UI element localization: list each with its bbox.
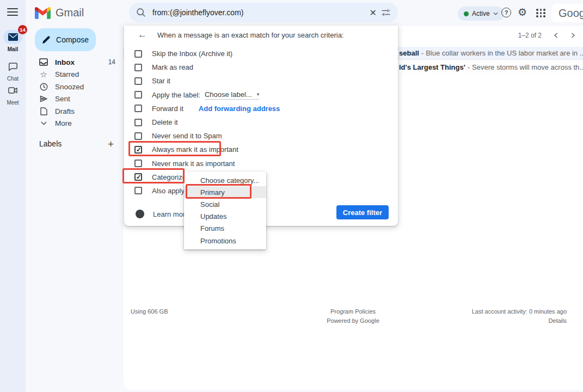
checkbox-skip-inbox[interactable] — [134, 50, 142, 58]
main-menu-icon[interactable] — [7, 8, 18, 16]
category-option-primary[interactable]: Primary — [184, 186, 266, 198]
rail-item-chat[interactable]: Chat — [0, 59, 26, 82]
category-option-social[interactable]: Social — [184, 198, 266, 210]
draft-icon — [39, 107, 48, 115]
pagination: 1–2 of 2 — [518, 32, 576, 39]
meet-icon — [3, 83, 22, 97]
search-bar[interactable]: from:(@jointheflyover.com) ✕ — [129, 3, 398, 22]
last-account-activity: Last account activity: 0 minutes ago — [472, 307, 567, 316]
filter-option-never-important[interactable]: Never mark it as important — [124, 157, 398, 170]
gmail-logo[interactable]: Gmail — [35, 7, 84, 19]
choose-label-select[interactable]: Choose label... ▾ — [205, 90, 259, 100]
sidebar-item-more[interactable]: More — [26, 118, 123, 130]
dropdown-caret-icon: ▾ — [257, 91, 260, 97]
category-option-forums[interactable]: Forums — [184, 223, 266, 235]
sidebar-item-sent[interactable]: Sent — [26, 93, 123, 106]
filter-dialog-header: When a message is an exact match for you… — [157, 31, 343, 39]
advanced-search-icon[interactable] — [381, 8, 391, 17]
learn-more[interactable]: ? Learn more — [136, 210, 189, 218]
compose-button[interactable]: Compose — [35, 28, 96, 51]
status-label: Active — [472, 10, 490, 17]
mail-unread-badge: 14 — [18, 25, 27, 34]
category-option-updates[interactable]: Updates — [184, 211, 266, 223]
filter-option-skip-inbox[interactable]: Skip the Inbox (Archive it) — [124, 47, 398, 60]
add-label-icon[interactable]: + — [108, 138, 114, 150]
checkbox-never-spam[interactable] — [134, 132, 142, 140]
inbox-icon — [39, 58, 48, 66]
clock-icon — [39, 83, 48, 91]
rail-label-chat: Chat — [0, 76, 26, 82]
mail-pill[interactable]: 14 — [3, 30, 22, 44]
sidebar-item-drafts[interactable]: Drafts — [26, 105, 123, 118]
search-input[interactable]: from:(@jointheflyover.com) — [152, 8, 243, 17]
rail-item-mail[interactable]: 14 Mail — [0, 30, 26, 52]
pencil-icon — [42, 35, 51, 44]
clear-search-icon[interactable]: ✕ — [365, 8, 381, 18]
add-forwarding-address-link[interactable]: Add forwarding address — [199, 105, 280, 113]
rail-item-meet[interactable]: Meet — [0, 83, 26, 106]
pagination-count: 1–2 of 2 — [518, 32, 542, 39]
checkbox-delete[interactable] — [134, 119, 142, 126]
checkbox-always-important[interactable] — [134, 146, 142, 154]
app-rail: 14 Mail Chat Meet — [0, 0, 26, 392]
help-icon[interactable]: ? — [501, 8, 511, 17]
settings-gear-icon[interactable]: ⚙ — [518, 6, 527, 19]
chevron-down-icon — [493, 12, 498, 15]
back-arrow-icon[interactable]: ← — [138, 29, 147, 40]
older-page-icon[interactable] — [570, 32, 576, 39]
category-option-promotions[interactable]: Promotions — [184, 235, 266, 247]
sidebar-item-starred[interactable]: ☆ Starred — [26, 69, 123, 81]
filter-option-star-it[interactable]: Star it — [124, 74, 398, 88]
newer-page-icon[interactable] — [553, 32, 559, 39]
details-link[interactable]: Details — [472, 316, 567, 326]
google-account-badge[interactable]: Google — [551, 4, 583, 22]
active-status-dot — [464, 11, 469, 16]
checkbox-categorize[interactable] — [134, 173, 142, 181]
compose-label: Compose — [56, 35, 89, 44]
status-selector[interactable]: Active — [458, 7, 504, 21]
category-dropdown-menu: Choose category... Primary Social Update… — [184, 171, 266, 249]
filter-option-mark-read[interactable]: Mark as read — [124, 60, 398, 74]
send-icon — [39, 95, 48, 102]
sidebar-nav: Inbox 14 ☆ Starred Snoozed Sent Drafts M… — [26, 56, 123, 130]
checkbox-mark-read[interactable] — [134, 64, 142, 71]
chevron-down-icon — [39, 121, 48, 125]
filter-option-never-spam[interactable]: Never send it to Spam — [124, 129, 398, 143]
sidebar-item-snoozed[interactable]: Snoozed — [26, 81, 123, 93]
checkbox-never-important[interactable] — [134, 160, 142, 167]
filter-option-delete[interactable]: Delete it — [124, 115, 398, 129]
star-icon: ☆ — [39, 70, 48, 78]
filter-option-forward[interactable]: Forward it Add forwarding address — [124, 102, 398, 115]
checkbox-star-it[interactable] — [134, 77, 142, 85]
google-wordmark: Google — [559, 7, 583, 20]
rail-label-meet: Meet — [0, 100, 26, 106]
gmail-wordmark: Gmail — [56, 7, 84, 19]
filter-option-apply-label[interactable]: Apply the label: Choose label... ▾ — [124, 88, 398, 102]
checkbox-also-apply[interactable] — [134, 187, 142, 194]
create-filter-button[interactable]: Create filter — [336, 205, 389, 219]
mail-icon — [8, 33, 18, 41]
checkbox-apply-label[interactable] — [134, 91, 142, 99]
labels-heading: Labels — [39, 139, 115, 148]
category-option-choose[interactable]: Choose category... — [184, 174, 266, 186]
inbox-count: 14 — [108, 58, 115, 66]
search-icon[interactable] — [136, 8, 146, 17]
gmail-m-icon — [35, 7, 51, 19]
chat-icon — [3, 59, 22, 74]
checkbox-forward[interactable] — [134, 105, 142, 112]
filter-option-always-important[interactable]: Always mark it as important — [124, 143, 398, 156]
sidebar-item-inbox[interactable]: Inbox 14 — [26, 56, 123, 69]
google-apps-icon[interactable] — [536, 9, 545, 17]
help-filled-icon: ? — [136, 210, 144, 218]
footer-right: Last account activity: 0 minutes ago Det… — [472, 307, 567, 326]
rail-label-mail: Mail — [0, 46, 26, 52]
